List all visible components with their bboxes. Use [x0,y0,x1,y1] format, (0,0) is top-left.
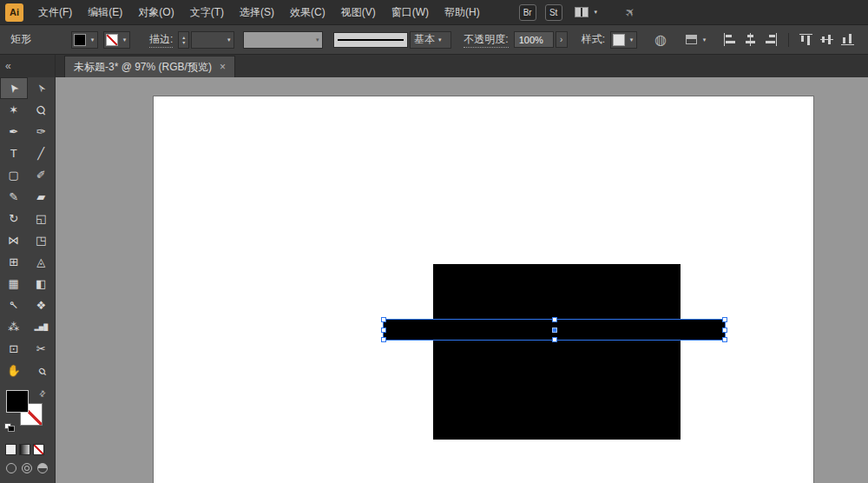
rectangle-tool[interactable]: ▢ [0,164,28,186]
draw-normal-icon[interactable] [6,463,16,473]
magic-wand-tool[interactable]: ✶ [0,99,28,121]
fill-proxy-swatch[interactable] [6,390,29,413]
recolor-artwork-icon[interactable]: ◍ [654,31,667,48]
color-button[interactable] [5,444,16,455]
opacity-input[interactable] [514,31,554,48]
gradient-tool[interactable]: ◧ [28,273,56,294]
direct-selection-tool[interactable]: ➢ [28,77,56,99]
brush-stroke-preview[interactable] [333,32,408,48]
document-tab[interactable]: 未标题-3* @ 97% (RGB/预览) × [64,56,235,77]
screen-mode-icon[interactable] [37,463,48,473]
gpu-performance-icon[interactable]: ✈ [621,3,639,21]
eyedropper-tool[interactable]: ⊸ [0,294,28,316]
perspective-grid-tool[interactable]: ◬ [28,251,56,273]
fill-color-dropdown[interactable]: ▾ [71,31,98,49]
close-tab-icon[interactable]: × [220,61,226,73]
align-horizontal-right-icon[interactable] [765,33,778,46]
menu-view[interactable]: 视图(V) [333,0,384,24]
scale-tool[interactable]: ◱ [28,208,56,229]
menu-select[interactable]: 选择(S) [232,0,282,24]
selection-handle-top-center[interactable] [552,317,557,322]
stroke-weight-stepper[interactable]: ▴ ▾ [178,31,189,49]
workspace-switcher[interactable]: ▾ [575,7,601,17]
align-vertical-center-icon[interactable] [820,33,833,46]
selection-handle-bottom-left[interactable] [381,337,386,342]
paintbrush-tool[interactable]: ✐ [28,164,56,186]
type-tool[interactable]: T [0,142,28,164]
none-button[interactable] [33,444,44,455]
gradient-button[interactable] [19,444,30,455]
blend-tool[interactable]: ❖ [28,294,56,316]
stroke-color-dropdown[interactable]: ▾ [103,31,130,49]
eraser-tool-icon: ▰ [36,190,45,203]
canvas-pasteboard[interactable] [56,77,868,483]
line-segment-tool[interactable]: ╱ [28,142,56,164]
symbol-sprayer-tool-icon: ⁂ [8,321,19,334]
selection-handle-top-right[interactable] [722,317,727,322]
selection-handle-bottom-right[interactable] [722,337,727,342]
selection-handle-top-left[interactable] [381,317,386,322]
brush-definition-dropdown[interactable]: 基本 ▾ [410,31,451,49]
opacity-panel-link[interactable]: 不透明度: [464,32,508,48]
menu-object[interactable]: 对象(O) [130,0,181,24]
paintbrush-tool-icon: ✐ [36,169,46,182]
selected-bar-shape[interactable] [384,320,725,340]
artboard[interactable] [154,96,813,483]
shape-builder-tool[interactable]: ⊞ [0,251,28,273]
align-horizontal-center-icon-b2 [746,41,755,43]
mesh-tool[interactable]: ▦ [0,273,28,294]
bridge-badge[interactable]: Br [519,4,536,21]
rectangle-tool-icon: ▢ [9,169,19,182]
hand-tool[interactable]: ✋ [0,360,28,381]
stroke-panel-link[interactable]: 描边: [149,32,173,48]
selection-handle-middle-left[interactable] [381,328,386,333]
tools-grid: ➤➢✶Ϙ✒✑T╱▢✐✎▰↻◱⋈◳⊞◬▦◧⊸❖⁂▂▅█⊡✂✋ϙ [0,77,55,381]
black-rectangle-shape[interactable] [433,264,681,440]
style-dropdown[interactable]: ▾ [610,31,637,49]
pen-tool[interactable]: ✒ [0,121,28,142]
align-vertical-top-icon-axis [799,34,812,35]
stock-badge[interactable]: St [545,4,562,21]
line-segment-tool-icon: ╱ [37,147,44,160]
menu-type[interactable]: 文字(T) [182,0,232,24]
draw-behind-icon[interactable] [22,463,32,473]
align-vertical-bottom-icon[interactable] [841,33,854,46]
symbol-sprayer-tool[interactable]: ⁂ [0,316,28,338]
shaper-tool[interactable]: ✎ [0,186,28,208]
width-tool[interactable]: ⋈ [0,229,28,251]
hand-tool-icon: ✋ [7,364,21,377]
zoom-tool[interactable]: ϙ [28,360,56,381]
document-setup-dropdown[interactable]: ▾ [686,35,709,44]
menu-help[interactable]: 帮助(H) [437,0,488,24]
chevron-down-icon: ▾ [312,36,322,43]
artboard-tool[interactable]: ⊡ [0,338,28,360]
stroke-weight-dropdown[interactable]: ▾ [191,31,234,49]
curvature-tool[interactable]: ✑ [28,121,56,142]
align-horizontal-center-icon[interactable] [744,33,757,46]
swap-fill-stroke-icon[interactable]: ⇄ [37,388,48,399]
rotate-tool[interactable]: ↻ [0,208,28,229]
opacity-panel-arrow-button[interactable]: › [556,31,568,48]
menu-file[interactable]: 文件(F) [30,0,80,24]
lasso-tool[interactable]: Ϙ [28,99,56,121]
workspace-switcher-icon [575,7,589,17]
menu-window[interactable]: 窗口(W) [384,0,437,24]
default-fill-stroke-icon[interactable] [4,423,16,433]
column-graph-tool[interactable]: ▂▅█ [28,316,56,338]
style-label: 样式: [582,32,605,47]
selection-handle-bottom-center[interactable] [552,337,557,342]
align-vertical-top-icon[interactable] [799,33,812,46]
menu-edit[interactable]: 编辑(E) [80,0,130,24]
align-vertical-center-icon-b1 [822,36,825,43]
selection-tool[interactable]: ➤ [0,77,28,99]
selection-center-point[interactable] [552,328,557,333]
menu-effect[interactable]: 效果(C) [282,0,333,24]
selection-handle-middle-right[interactable] [722,328,727,333]
eraser-tool[interactable]: ▰ [28,186,56,208]
free-transform-tool[interactable]: ◳ [28,229,56,251]
collapse-panel-button[interactable]: « [5,60,11,72]
chevron-down-icon: ▾ [435,36,444,43]
blend-tool-icon: ❖ [36,299,46,312]
align-horizontal-left-icon[interactable] [723,33,736,46]
slice-tool[interactable]: ✂ [28,338,56,360]
